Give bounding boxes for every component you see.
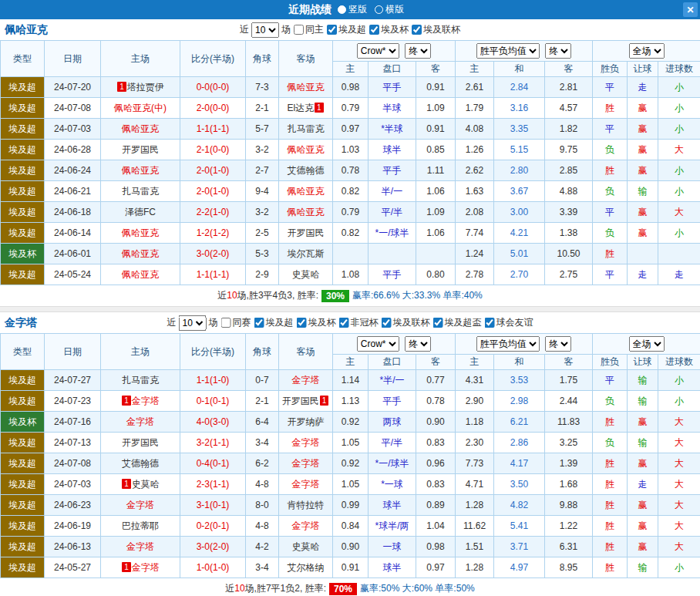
rank-badge: 1	[117, 82, 126, 92]
home-team[interactable]: 金字塔	[101, 495, 180, 516]
checkbox-非冠杯[interactable]	[339, 318, 349, 328]
avg-odds-select[interactable]: 胜平负均值	[476, 43, 540, 59]
match-row: 埃及超24-06-21扎马雷克2-0(1-0)9-4佩哈亚克0.82半/一1.0…	[1, 181, 700, 202]
handicap-result: 赢	[628, 537, 658, 557]
odds-stage-select[interactable]: 终	[405, 336, 431, 352]
avg-stage-select[interactable]: 终	[545, 336, 571, 352]
filter-同主[interactable]: 同主	[294, 23, 324, 36]
home-team[interactable]: 1塔拉贾伊	[101, 77, 180, 98]
home-team[interactable]: 佩哈亚克	[101, 223, 180, 244]
home-team[interactable]: 1史莫哈	[101, 474, 180, 495]
away-team[interactable]: 佩哈亚克	[279, 140, 333, 160]
team-label: 扎马雷克	[288, 123, 325, 134]
odds-company-select[interactable]: Crow*	[357, 336, 399, 352]
handicap-line: 平手	[369, 391, 416, 412]
checkbox-埃及超[interactable]	[254, 318, 264, 328]
home-team[interactable]: 扎马雷克	[101, 370, 180, 391]
away-team[interactable]: 金字塔	[279, 433, 333, 453]
away-team[interactable]: 艾尔格纳	[279, 557, 333, 578]
col-result: 胜负	[593, 62, 628, 77]
win-odds: 1.79	[456, 98, 494, 119]
home-team[interactable]: 佩哈亚克	[101, 244, 180, 264]
close-icon[interactable]: ✕	[683, 2, 698, 17]
corner-count: 3-2	[246, 202, 279, 223]
away-team[interactable]: 开罗国民	[279, 223, 333, 244]
home-team[interactable]: 佩哈亚克(中)	[101, 98, 180, 119]
home-team[interactable]: 佩哈亚克	[101, 160, 180, 181]
avg-odds-select[interactable]: 胜平负均值	[476, 336, 540, 352]
checkbox-同赛[interactable]	[221, 318, 231, 328]
home-team[interactable]: 佩哈亚克	[101, 264, 180, 285]
handicap-line: *一/球半	[369, 223, 416, 244]
checkbox-埃及杯[interactable]	[369, 25, 379, 35]
lose-odds: 11.83	[545, 412, 593, 433]
match-result: 负	[593, 140, 628, 160]
home-team[interactable]: 开罗国民	[101, 140, 180, 160]
home-team[interactable]: 1金字塔	[101, 557, 180, 578]
away-team[interactable]: 扎马雷克	[279, 119, 333, 140]
goals-result: 走	[658, 264, 700, 285]
filter-埃及超[interactable]: 埃及超	[327, 23, 366, 36]
scope-select[interactable]: 全场	[629, 43, 665, 59]
odds-stage-select[interactable]: 终	[405, 43, 431, 59]
checkbox-球会友谊[interactable]	[485, 318, 495, 328]
radio-horizontal-layout[interactable]: 横版	[375, 3, 404, 16]
draw-odds: 5.01	[494, 244, 545, 264]
filter-埃及杯[interactable]: 埃及杯	[369, 23, 409, 36]
checkbox-埃及超盃[interactable]	[433, 318, 443, 328]
away-team[interactable]: 金字塔	[279, 453, 333, 474]
handicap-result: 赢	[628, 495, 658, 516]
away-team[interactable]: 史莫哈	[279, 537, 333, 557]
match-count-select[interactable]: 10	[251, 22, 279, 38]
filter-同赛[interactable]: 同赛	[221, 316, 251, 329]
home-team[interactable]: 开罗国民	[101, 433, 180, 453]
filter-埃及联杯[interactable]: 埃及联杯	[382, 316, 430, 329]
away-team[interactable]: 金字塔	[279, 516, 333, 537]
checkbox-埃及杯[interactable]	[297, 318, 307, 328]
filter-埃及杯[interactable]: 埃及杯	[297, 316, 336, 329]
radio-vertical-layout[interactable]: 竖版	[338, 3, 367, 16]
handicap-odds-header: Crow* 终	[333, 41, 456, 62]
home-team[interactable]: 1金字塔	[101, 391, 180, 412]
away-team[interactable]: 史莫哈	[279, 264, 333, 285]
match-row: 埃及超24-06-13金字塔3-0(2-0)4-2史莫哈0.90一球0.981.…	[1, 537, 700, 557]
filter-bar: 近 10 场 同主埃及超埃及杯埃及联杯	[240, 22, 460, 38]
away-team[interactable]: 开罗纳萨	[279, 412, 333, 433]
home-team[interactable]: 佩哈亚克	[101, 119, 180, 140]
checkbox-埃及联杯[interactable]	[382, 318, 392, 328]
checkbox-同主[interactable]	[294, 25, 304, 35]
home-team[interactable]: 艾德翰德	[101, 453, 180, 474]
away-team[interactable]: 金字塔	[279, 370, 333, 391]
home-team[interactable]: 金字塔	[101, 412, 180, 433]
filter-埃及超[interactable]: 埃及超	[254, 316, 294, 329]
checkbox-label: 埃及杯	[308, 316, 336, 329]
checkbox-埃及超[interactable]	[327, 25, 337, 35]
away-team[interactable]: 开罗国民1	[279, 391, 333, 412]
scope-select[interactable]: 全场	[629, 336, 665, 352]
ah-away-odds: 0.83	[416, 433, 456, 453]
filter-非冠杯[interactable]: 非冠杯	[339, 316, 379, 329]
home-team[interactable]: 扎马雷克	[101, 181, 180, 202]
away-team[interactable]: 埃尔瓦斯	[279, 244, 333, 264]
away-team[interactable]: 艾德翰德	[279, 160, 333, 181]
away-team[interactable]: 佩哈亚克	[279, 202, 333, 223]
match-row: 埃及超24-07-13开罗国民3-2(1-1)3-4金字塔1.05平/半0.83…	[1, 433, 700, 453]
odds-company-select[interactable]: Crow*	[357, 43, 399, 59]
filter-埃及联杯[interactable]: 埃及联杯	[412, 23, 460, 36]
win-odds: 11.62	[456, 516, 494, 537]
filter-埃及超盃[interactable]: 埃及超盃	[433, 316, 482, 329]
checkbox-埃及联杯[interactable]	[412, 25, 422, 35]
match-count-select[interactable]: 10	[179, 315, 207, 331]
home-team[interactable]: 泽德FC	[101, 202, 180, 223]
avg-stage-select[interactable]: 终	[545, 43, 571, 59]
home-team[interactable]: 巴拉蒂耶	[101, 516, 180, 537]
away-team[interactable]: 肯特拉特	[279, 495, 333, 516]
away-team[interactable]: 佩哈亚克	[279, 181, 333, 202]
rank-badge: 1	[320, 396, 329, 406]
score: 1-1(1-1)	[180, 264, 246, 285]
home-team[interactable]: 金字塔	[101, 537, 180, 557]
away-team[interactable]: 金字塔	[279, 474, 333, 495]
away-team[interactable]: El达克1	[279, 98, 333, 119]
away-team[interactable]: 佩哈亚克	[279, 77, 333, 98]
filter-球会友谊[interactable]: 球会友谊	[485, 316, 533, 329]
